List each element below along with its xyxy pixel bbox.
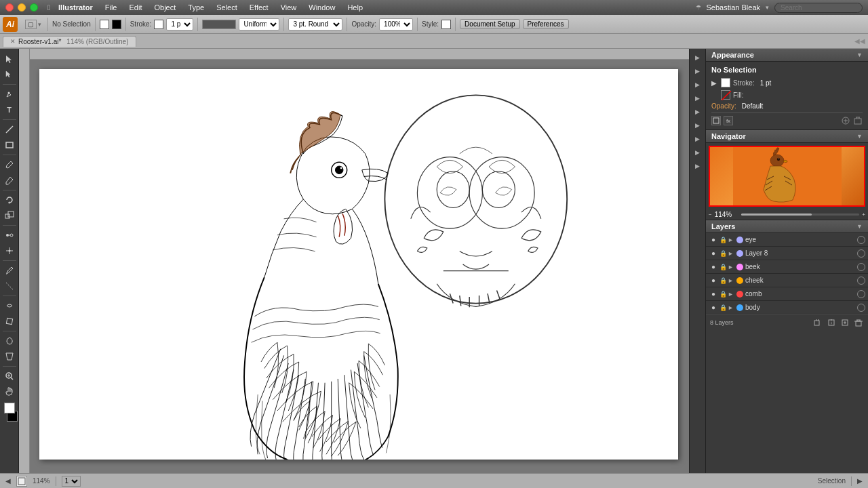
document-tab[interactable]: ✕ Rooster-v1.ai* 114% (RGB/Outline) [3,36,136,47]
layer-expand-beek[interactable]: ► [728,264,734,270]
style-swatch[interactable] [441,20,451,29]
appearance-panel-menu-icon[interactable]: ▼ [856,52,863,58]
layer-lock-cheek[interactable]: 🔒 [718,276,728,285]
layer-lock-body[interactable]: 🔒 [718,303,728,312]
search-input[interactable] [774,3,863,13]
dropdown-icon[interactable]: ▾ [766,4,769,11]
stroke-type-select[interactable]: Uniform [239,18,279,30]
pen-tool[interactable] [2,87,17,102]
symbols-panel-btn[interactable]: ▶ [692,146,704,159]
layer-expand-arrow[interactable]: ► [728,237,734,243]
rotate-tool[interactable] [2,192,17,207]
stroke-weight-select[interactable]: 1 pt [166,18,193,30]
appearance-add-icon[interactable] [841,116,850,125]
layer-row-eye[interactable]: ● 🔒 ► eye [706,233,868,247]
layer-expand-body[interactable]: ► [728,304,734,311]
layer-expand-layer8[interactable]: ► [728,250,734,257]
stroke-swatch-small[interactable] [112,20,121,29]
layer-target-body[interactable] [857,304,865,312]
appearance-fx-icon[interactable]: fx [724,116,733,125]
stroke-color-swatch[interactable] [721,78,730,87]
minimize-button[interactable] [18,3,26,12]
foreground-color[interactable] [4,403,15,413]
selection-tool[interactable] [2,52,17,66]
view-mode-icons[interactable]: ▢ ▾ [23,20,43,29]
layer-expand-comb[interactable]: ► [728,291,734,298]
appearance-delete-icon[interactable] [853,116,863,125]
fx-panel-btn[interactable]: ▶ [692,160,704,172]
zoom-out-icon[interactable]: − [709,211,712,218]
layer-target-beek[interactable] [857,263,865,271]
layers-panel-menu[interactable]: ▼ [856,223,863,230]
stroke-panel-btn[interactable]: ▶ [692,92,704,104]
zoom-in-icon[interactable]: + [862,211,865,218]
document-status-icon[interactable] [16,476,27,487]
menu-edit[interactable]: Edit [125,3,146,12]
document-setup-button[interactable]: Document Setup [460,19,520,29]
layer-target-cheek[interactable] [857,277,865,285]
layer-target-circle[interactable] [857,236,865,244]
menu-select[interactable]: Select [212,3,241,12]
stroke-end-select[interactable]: 3 pt. Round [288,18,342,30]
type-tool[interactable]: T [2,102,17,117]
delete-layer-btn[interactable] [853,317,864,328]
navigator-zoom-slider[interactable] [741,214,860,216]
layer-lock-icon[interactable]: 🔒 [718,235,728,245]
status-arrow-right[interactable]: ▶ [857,477,863,485]
layer-expand-cheek[interactable]: ► [728,277,734,284]
eyedropper-tool[interactable] [2,263,17,278]
maximize-button[interactable] [30,3,38,12]
artboard[interactable] [39,69,678,460]
opacity-appearance-label[interactable]: Opacity: [711,102,736,110]
line-tool[interactable] [2,122,17,137]
layer-visibility-beek[interactable]: ● [709,262,718,272]
free-transform-tool[interactable] [2,314,17,329]
hand-tool[interactable] [2,384,17,399]
menu-help[interactable]: Help [343,3,367,12]
layer-row-body[interactable]: ● 🔒 ► body [706,301,868,314]
fill-color-swatch[interactable] [721,90,730,100]
pencil-tool[interactable] [2,173,17,188]
new-art-basic-appearance[interactable] [711,116,721,125]
opacity-select[interactable]: 100% [379,18,413,30]
layer-target-layer8[interactable] [857,249,865,258]
close-button[interactable] [5,3,14,12]
transform-panel-btn[interactable]: ▶ [692,106,704,118]
stroke-color-box[interactable] [154,20,163,29]
navigator-thumbnail[interactable] [709,146,865,207]
apple-menu[interactable]:  [47,3,50,12]
layer-lock-beek[interactable]: 🔒 [718,262,728,272]
layer-row-comb[interactable]: ● 🔒 ► comb [706,287,868,301]
layer-visibility-comb[interactable]: ● [709,289,718,299]
menu-effect[interactable]: Effect [245,3,273,12]
layer-row-cheek[interactable]: ● 🔒 ► cheek [706,274,868,287]
make-sublayer-btn[interactable] [812,317,823,328]
menu-file[interactable]: File [101,3,121,12]
navigator-panel-header[interactable]: Navigator ▼ [706,130,868,143]
menu-view[interactable]: View [277,3,301,12]
layers-panel-header[interactable]: Layers ▼ [706,220,868,233]
align-panel-btn[interactable]: ▶ [692,119,704,131]
layer-visibility-body[interactable]: ● [709,303,718,312]
menu-type[interactable]: Type [184,3,208,12]
direct-selection-tool[interactable] [2,67,17,82]
zoom-tool[interactable] [2,369,17,384]
layer-row-beek[interactable]: ● 🔒 ► beek [706,260,868,274]
tab-close-button[interactable]: ✕ [10,38,16,45]
mesh-tool[interactable] [2,243,17,258]
navigate-panel-btn[interactable]: ▶ [692,52,704,64]
layer-row-layer8[interactable]: ● 🔒 ► Layer 8 [706,247,868,260]
appearance-panel-btn[interactable]: ▶ [692,65,704,77]
lasso-tool[interactable] [2,333,17,348]
menu-window[interactable]: Window [304,3,339,12]
color-panel-btn[interactable]: ▶ [692,79,704,91]
appearance-panel-header[interactable]: Appearance ▼ [706,49,868,62]
warp-tool[interactable] [2,298,17,313]
paintbrush-tool[interactable] [2,157,17,172]
layer-lock-comb[interactable]: 🔒 [718,289,728,299]
blend-tool[interactable] [2,228,17,243]
layer-visibility-eye[interactable]: ● [709,235,718,245]
fill-swatch[interactable] [100,20,109,29]
panels-toggle[interactable]: ◀◀ [854,37,865,45]
navigator-panel-menu[interactable]: ▼ [856,133,863,140]
